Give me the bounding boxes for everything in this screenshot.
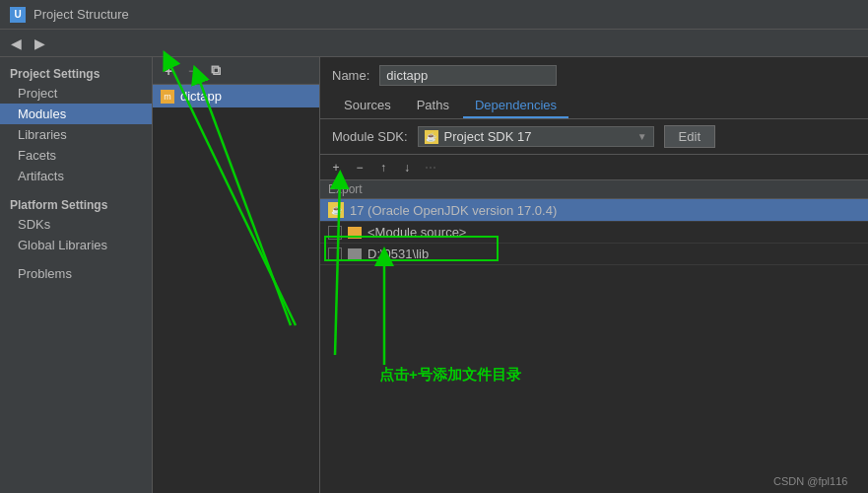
deps-row-module-source-label: <Module source> xyxy=(367,225,466,240)
sidebar-item-modules[interactable]: Modules xyxy=(0,104,152,124)
sidebar-item-sdks[interactable]: SDKs xyxy=(0,214,152,235)
sidebar: Project Settings Project Modules Librari… xyxy=(0,57,153,493)
sidebar-item-global-libraries[interactable]: Global Libraries xyxy=(0,235,152,255)
add-module-button[interactable]: + xyxy=(159,61,178,81)
sdk-select-text: Project SDK 17 xyxy=(444,129,637,144)
sdk-select[interactable]: ☕ Project SDK 17 ▼ xyxy=(418,126,654,147)
lib-folder-icon xyxy=(348,248,362,259)
nav-bar: ◀ ▶ xyxy=(0,30,868,57)
sdk-icon: ☕ xyxy=(425,130,438,144)
module-item-label: dictapp xyxy=(180,89,222,104)
module-toolbar: + − ⧉ xyxy=(153,57,319,85)
sdk-dropdown-arrow: ▼ xyxy=(637,131,647,142)
project-settings-header: Project Settings xyxy=(0,63,152,83)
title-bar: U Project Structure xyxy=(0,0,868,30)
module-icon: m xyxy=(161,90,174,104)
deps-table: Export ☕ 17 (Oracle OpenJDK version 17.0… xyxy=(320,180,868,493)
name-label: Name: xyxy=(332,68,369,83)
tab-dependencies[interactable]: Dependencies xyxy=(463,94,568,118)
sidebar-item-artifacts[interactable]: Artifacts xyxy=(0,166,152,186)
sidebar-item-facets[interactable]: Facets xyxy=(0,145,152,166)
remove-module-button[interactable]: − xyxy=(182,61,202,81)
module-source-icon xyxy=(348,227,362,239)
deps-table-header: Export xyxy=(320,180,868,199)
name-input[interactable] xyxy=(379,65,557,86)
sidebar-item-problems[interactable]: Problems xyxy=(0,263,152,284)
sidebar-divider2 xyxy=(0,255,152,263)
app-icon: U xyxy=(10,7,26,23)
right-panel: Name: Sources Paths Dependencies Module … xyxy=(320,57,868,493)
sidebar-item-project[interactable]: Project xyxy=(0,83,152,104)
more-dep-button[interactable]: ⋯ xyxy=(421,158,440,177)
sidebar-item-libraries[interactable]: Libraries xyxy=(0,124,152,145)
window-title: Project Structure xyxy=(33,7,129,22)
forward-button[interactable]: ▶ xyxy=(30,34,49,53)
copy-module-button[interactable]: ⧉ xyxy=(206,61,226,81)
add-dep-button[interactable]: + xyxy=(326,158,346,177)
edit-sdk-button[interactable]: Edit xyxy=(664,125,715,148)
move-down-dep-button[interactable]: ↓ xyxy=(397,158,417,177)
tab-paths[interactable]: Paths xyxy=(405,94,461,118)
tab-sources[interactable]: Sources xyxy=(332,94,403,118)
lib-checkbox[interactable] xyxy=(328,247,342,261)
deps-row-lib[interactable]: D:\0531\lib xyxy=(320,244,868,265)
deps-row-module-source[interactable]: <Module source> xyxy=(320,222,868,244)
tabs-row: Sources Paths Dependencies xyxy=(320,94,868,119)
sdk-label: Module SDK: xyxy=(332,129,408,144)
module-panel: + − ⧉ m dictapp xyxy=(153,57,320,493)
name-row: Name: xyxy=(320,57,868,94)
main-layout: Project Settings Project Modules Librari… xyxy=(0,57,868,493)
deps-toolbar: + − ↑ ↓ ⋯ xyxy=(320,155,868,180)
deps-row-jdk-label: 17 (Oracle OpenJDK version 17.0.4) xyxy=(350,203,557,218)
module-source-checkbox[interactable] xyxy=(328,226,342,240)
deps-row-jdk[interactable]: ☕ 17 (Oracle OpenJDK version 17.0.4) xyxy=(320,199,868,222)
export-column-header: Export xyxy=(328,182,363,196)
remove-dep-button[interactable]: − xyxy=(350,158,369,177)
jdk-icon: ☕ xyxy=(328,202,344,218)
module-item-dictapp[interactable]: m dictapp xyxy=(153,85,319,107)
platform-settings-header: Platform Settings xyxy=(0,194,152,214)
sdk-row: Module SDK: ☕ Project SDK 17 ▼ Edit xyxy=(320,119,868,155)
move-up-dep-button[interactable]: ↑ xyxy=(373,158,393,177)
deps-row-lib-label: D:\0531\lib xyxy=(367,246,429,261)
sidebar-divider xyxy=(0,186,152,194)
back-button[interactable]: ◀ xyxy=(6,34,26,53)
